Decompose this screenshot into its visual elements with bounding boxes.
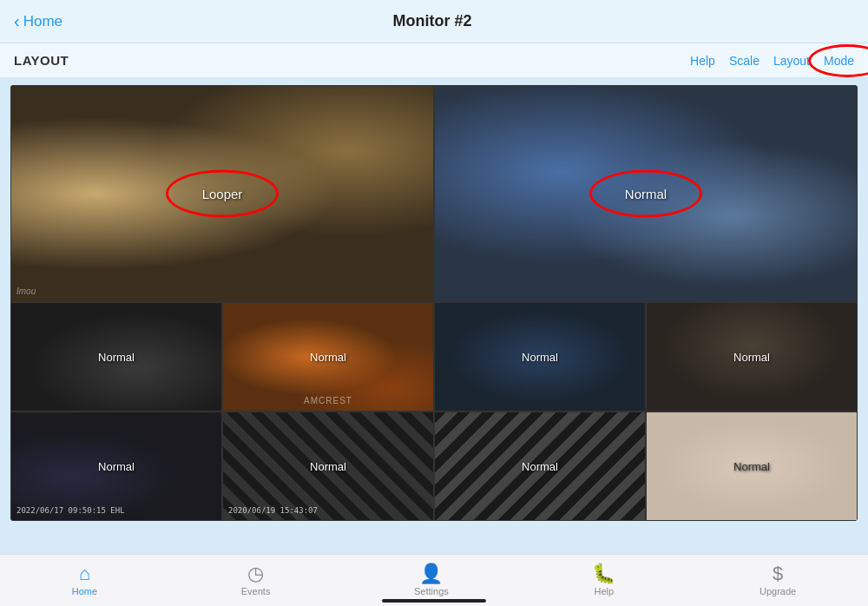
camera-mid-3[interactable]: Normal — [434, 302, 646, 412]
tab-events-label: Events — [241, 586, 271, 596]
help-icon: 🐛 — [592, 564, 615, 583]
settings-icon: 👤 — [419, 564, 443, 583]
camera-timestamp-bot-1: 2022/06/17 09:50:15 EHL — [16, 506, 125, 515]
camera-grid: Looper Imou Normal Normal Normal AMCREST… — [10, 85, 858, 521]
camera-mid-1[interactable]: Normal — [10, 302, 222, 412]
camera-bot-4[interactable]: Normal — [646, 412, 858, 521]
layout-button[interactable]: Layout — [773, 54, 810, 68]
camera-mid-4[interactable]: Normal — [646, 302, 858, 412]
camera-mid-2[interactable]: Normal AMCREST — [222, 302, 434, 412]
camera-label-bot-3: Normal — [522, 460, 558, 473]
mode-wrapper: Mode — [824, 53, 854, 69]
tab-home-label: Home — [72, 586, 97, 596]
layout-actions: Help Scale Layout Mode — [690, 53, 854, 69]
top-navigation: ‹ Home Monitor #2 — [0, 0, 868, 43]
camera-bot-row: Normal 2022/06/17 09:50:15 EHL Normal 20… — [10, 412, 858, 521]
events-icon: ◷ — [247, 564, 264, 583]
home-indicator — [382, 599, 486, 603]
back-button[interactable]: ‹ Home — [14, 11, 62, 31]
tab-help-label: Help — [595, 586, 615, 596]
camera-label-mid-2: Normal — [310, 351, 346, 364]
camera-top-row: Looper Imou Normal — [10, 85, 858, 302]
camera-living[interactable]: Normal — [434, 85, 858, 302]
tab-settings[interactable]: 👤 Settings — [414, 564, 449, 596]
tab-upgrade[interactable]: $ Upgrade — [760, 564, 796, 596]
camera-label-bot-4: Normal — [733, 460, 770, 473]
bottom-tab-bar: ⌂ Home ◷ Events 👤 Settings 🐛 Help $ Upgr… — [0, 554, 868, 606]
camera-timestamp-bot-2: 2020/06/19 15:43:07 — [228, 506, 318, 515]
chevron-left-icon: ‹ — [14, 11, 20, 31]
camera-label-bot-2: Normal — [310, 460, 346, 473]
help-button[interactable]: Help — [690, 54, 715, 68]
mode-button[interactable]: Mode — [824, 54, 854, 68]
tab-home[interactable]: ⌂ Home — [72, 564, 97, 596]
tab-settings-label: Settings — [414, 586, 449, 596]
camera-label-mid-3: Normal — [522, 351, 558, 364]
camera-label-mid-4: Normal — [733, 351, 770, 364]
camera-label-mid-1: Normal — [98, 351, 135, 364]
upgrade-icon: $ — [773, 564, 783, 583]
camera-bot-1[interactable]: Normal 2022/06/17 09:50:15 EHL — [10, 412, 222, 521]
camera-brand-mid-2: AMCREST — [304, 396, 352, 405]
camera-looper[interactable]: Looper Imou — [10, 85, 434, 302]
camera-label-bot-1: Normal — [98, 460, 135, 473]
tab-events[interactable]: ◷ Events — [241, 564, 271, 596]
camera-mid-row: Normal Normal AMCREST Normal Normal — [10, 302, 858, 412]
tab-help[interactable]: 🐛 Help — [592, 564, 615, 596]
page-title: Monitor #2 — [62, 12, 802, 30]
camera-label-looper: Looper — [202, 187, 243, 201]
layout-bar: LAYOUT Help Scale Layout Mode — [0, 43, 868, 78]
back-label: Home — [23, 13, 62, 30]
camera-bot-2[interactable]: Normal 2020/06/19 15:43:07 — [222, 412, 434, 521]
layout-label: LAYOUT — [14, 53, 69, 68]
tab-upgrade-label: Upgrade — [760, 586, 796, 596]
camera-brand-looper: Imou — [16, 287, 36, 296]
camera-bot-3[interactable]: Normal — [434, 412, 646, 521]
home-icon: ⌂ — [79, 564, 90, 583]
camera-label-living: Normal — [625, 187, 667, 201]
scale-button[interactable]: Scale — [729, 54, 760, 68]
